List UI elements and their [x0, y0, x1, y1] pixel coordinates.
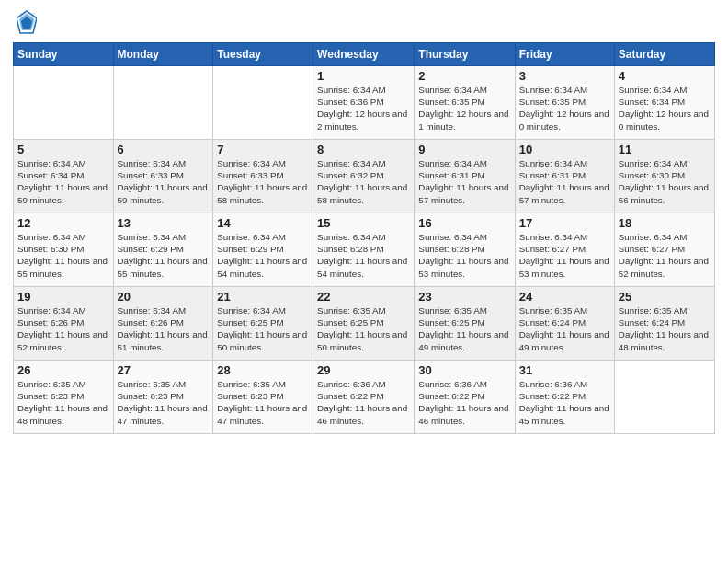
day-info: Sunrise: 6:34 AM Sunset: 6:31 PM Dayligh… [418, 157, 510, 206]
day-number: 18 [619, 216, 711, 230]
day-cell: 31Sunrise: 6:36 AM Sunset: 6:22 PM Dayli… [515, 361, 614, 434]
day-info: Sunrise: 6:34 AM Sunset: 6:30 PM Dayligh… [619, 157, 711, 206]
day-info: Sunrise: 6:34 AM Sunset: 6:25 PM Dayligh… [217, 304, 309, 353]
day-cell: 29Sunrise: 6:36 AM Sunset: 6:22 PM Dayli… [313, 361, 415, 434]
header-day-wednesday: Wednesday [313, 43, 415, 66]
day-info: Sunrise: 6:36 AM Sunset: 6:22 PM Dayligh… [418, 378, 510, 427]
day-cell: 27Sunrise: 6:35 AM Sunset: 6:23 PM Dayli… [113, 361, 213, 434]
day-info: Sunrise: 6:34 AM Sunset: 6:32 PM Dayligh… [317, 157, 410, 206]
day-number: 11 [619, 143, 711, 156]
day-cell: 13Sunrise: 6:34 AM Sunset: 6:29 PM Dayli… [113, 213, 213, 287]
day-info: Sunrise: 6:34 AM Sunset: 6:33 PM Dayligh… [118, 157, 210, 206]
day-info: Sunrise: 6:34 AM Sunset: 6:31 PM Dayligh… [519, 157, 610, 206]
day-info: Sunrise: 6:34 AM Sunset: 6:30 PM Dayligh… [17, 231, 109, 280]
day-number: 23 [418, 290, 510, 304]
logo-icon [17, 9, 37, 35]
day-info: Sunrise: 6:35 AM Sunset: 6:23 PM Dayligh… [118, 378, 210, 427]
day-cell: 5Sunrise: 6:34 AM Sunset: 6:34 PM Daylig… [14, 140, 114, 213]
day-info: Sunrise: 6:34 AM Sunset: 6:26 PM Dayligh… [17, 304, 109, 353]
day-info: Sunrise: 6:36 AM Sunset: 6:22 PM Dayligh… [519, 378, 610, 427]
week-row-5: 26Sunrise: 6:35 AM Sunset: 6:23 PM Dayli… [14, 361, 715, 434]
day-info: Sunrise: 6:34 AM Sunset: 6:36 PM Dayligh… [317, 84, 410, 132]
day-number: 2 [418, 69, 510, 83]
header-day-sunday: Sunday [14, 43, 114, 66]
day-number: 16 [418, 216, 510, 230]
day-info: Sunrise: 6:35 AM Sunset: 6:23 PM Dayligh… [217, 378, 309, 427]
week-row-1: 1Sunrise: 6:34 AM Sunset: 6:36 PM Daylig… [14, 66, 715, 140]
day-cell: 19Sunrise: 6:34 AM Sunset: 6:26 PM Dayli… [14, 287, 114, 361]
day-number: 12 [17, 216, 109, 230]
day-info: Sunrise: 6:34 AM Sunset: 6:35 PM Dayligh… [519, 84, 610, 132]
calendar-header: SundayMondayTuesdayWednesdayThursdayFrid… [14, 43, 715, 66]
day-number: 20 [118, 290, 210, 304]
day-cell: 12Sunrise: 6:34 AM Sunset: 6:30 PM Dayli… [14, 213, 114, 287]
day-info: Sunrise: 6:34 AM Sunset: 6:29 PM Dayligh… [118, 231, 210, 280]
day-cell: 26Sunrise: 6:35 AM Sunset: 6:23 PM Dayli… [14, 361, 114, 434]
day-number: 17 [519, 216, 610, 230]
day-number: 21 [217, 290, 309, 304]
day-number: 29 [317, 363, 410, 377]
week-row-3: 12Sunrise: 6:34 AM Sunset: 6:30 PM Dayli… [14, 213, 715, 287]
day-number: 30 [418, 363, 510, 377]
day-number: 24 [519, 290, 610, 304]
day-number: 6 [118, 143, 210, 156]
day-number: 5 [17, 143, 109, 156]
day-info: Sunrise: 6:35 AM Sunset: 6:25 PM Dayligh… [418, 304, 510, 353]
day-cell: 30Sunrise: 6:36 AM Sunset: 6:22 PM Dayli… [415, 361, 515, 434]
day-info: Sunrise: 6:34 AM Sunset: 6:35 PM Dayligh… [418, 84, 510, 132]
day-cell: 22Sunrise: 6:35 AM Sunset: 6:25 PM Dayli… [313, 287, 415, 361]
day-info: Sunrise: 6:35 AM Sunset: 6:25 PM Dayligh… [317, 304, 410, 353]
day-number: 9 [418, 143, 510, 156]
calendar-body: 1Sunrise: 6:34 AM Sunset: 6:36 PM Daylig… [14, 66, 715, 434]
day-number: 14 [217, 216, 309, 230]
day-cell [14, 66, 114, 140]
day-cell: 16Sunrise: 6:34 AM Sunset: 6:28 PM Dayli… [415, 213, 515, 287]
logo [13, 9, 37, 35]
day-cell: 15Sunrise: 6:34 AM Sunset: 6:28 PM Dayli… [313, 213, 415, 287]
day-cell: 9Sunrise: 6:34 AM Sunset: 6:31 PM Daylig… [415, 140, 515, 213]
day-number: 15 [317, 216, 410, 230]
day-info: Sunrise: 6:36 AM Sunset: 6:22 PM Dayligh… [317, 378, 410, 427]
day-cell: 18Sunrise: 6:34 AM Sunset: 6:27 PM Dayli… [614, 213, 714, 287]
day-cell: 14Sunrise: 6:34 AM Sunset: 6:29 PM Dayli… [213, 213, 313, 287]
day-info: Sunrise: 6:35 AM Sunset: 6:23 PM Dayligh… [17, 378, 109, 427]
day-info: Sunrise: 6:34 AM Sunset: 6:27 PM Dayligh… [619, 231, 711, 280]
header-day-monday: Monday [113, 43, 213, 66]
day-number: 25 [619, 290, 711, 304]
day-number: 13 [118, 216, 210, 230]
day-number: 27 [118, 363, 210, 377]
day-number: 10 [519, 143, 610, 156]
day-cell [213, 66, 313, 140]
header [13, 9, 715, 35]
day-cell: 17Sunrise: 6:34 AM Sunset: 6:27 PM Dayli… [515, 213, 614, 287]
day-cell: 4Sunrise: 6:34 AM Sunset: 6:34 PM Daylig… [614, 66, 714, 140]
day-info: Sunrise: 6:34 AM Sunset: 6:34 PM Dayligh… [619, 84, 711, 132]
header-day-tuesday: Tuesday [213, 43, 313, 66]
day-number: 1 [317, 69, 410, 83]
day-number: 31 [519, 363, 610, 377]
day-cell: 3Sunrise: 6:34 AM Sunset: 6:35 PM Daylig… [515, 66, 614, 140]
day-number: 28 [217, 363, 309, 377]
day-info: Sunrise: 6:34 AM Sunset: 6:28 PM Dayligh… [418, 231, 510, 280]
day-number: 22 [317, 290, 410, 304]
day-cell: 21Sunrise: 6:34 AM Sunset: 6:25 PM Dayli… [213, 287, 313, 361]
calendar-table: SundayMondayTuesdayWednesdayThursdayFrid… [13, 42, 715, 434]
day-number: 26 [17, 363, 109, 377]
day-cell: 24Sunrise: 6:35 AM Sunset: 6:24 PM Dayli… [515, 287, 614, 361]
day-info: Sunrise: 6:34 AM Sunset: 6:29 PM Dayligh… [217, 231, 309, 280]
day-cell: 25Sunrise: 6:35 AM Sunset: 6:24 PM Dayli… [614, 287, 714, 361]
day-cell: 2Sunrise: 6:34 AM Sunset: 6:35 PM Daylig… [415, 66, 515, 140]
day-cell: 20Sunrise: 6:34 AM Sunset: 6:26 PM Dayli… [113, 287, 213, 361]
day-number: 4 [619, 69, 711, 83]
day-info: Sunrise: 6:34 AM Sunset: 6:34 PM Dayligh… [17, 157, 109, 206]
day-cell: 8Sunrise: 6:34 AM Sunset: 6:32 PM Daylig… [313, 140, 415, 213]
day-number: 19 [17, 290, 109, 304]
day-cell [113, 66, 213, 140]
day-info: Sunrise: 6:34 AM Sunset: 6:27 PM Dayligh… [519, 231, 610, 280]
header-row: SundayMondayTuesdayWednesdayThursdayFrid… [14, 43, 715, 66]
day-cell: 1Sunrise: 6:34 AM Sunset: 6:36 PM Daylig… [313, 66, 415, 140]
day-cell: 10Sunrise: 6:34 AM Sunset: 6:31 PM Dayli… [515, 140, 614, 213]
header-day-friday: Friday [515, 43, 614, 66]
day-info: Sunrise: 6:35 AM Sunset: 6:24 PM Dayligh… [619, 304, 711, 353]
day-info: Sunrise: 6:34 AM Sunset: 6:26 PM Dayligh… [118, 304, 210, 353]
